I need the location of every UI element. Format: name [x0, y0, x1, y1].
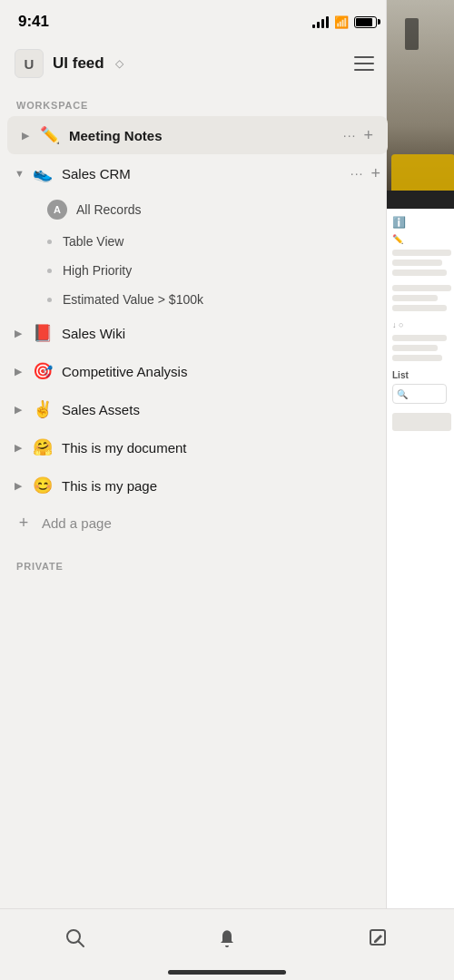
peek-list-label: List 🔍 — [392, 370, 449, 404]
dot-high-priority — [47, 269, 52, 273]
add-page-label: Add a page — [42, 515, 112, 531]
compose-tab-button[interactable] — [351, 918, 406, 958]
expand-arrow-competitive-analysis[interactable]: ▶ — [15, 366, 33, 377]
battery-fill — [356, 18, 372, 26]
sales-assets-emoji: ✌️ — [33, 399, 53, 419]
header: U UI feed ◇ — [0, 40, 395, 87]
bell-icon — [216, 927, 238, 949]
workspace-avatar[interactable]: U — [15, 49, 44, 78]
all-records-item[interactable]: A All Records — [0, 192, 395, 227]
expand-arrow-meeting-notes[interactable]: ▶ — [22, 130, 40, 142]
battery-icon — [354, 16, 377, 28]
sales-assets-dots[interactable]: ··· — [350, 402, 364, 416]
peek-content: ℹ️ ✏️ ↓ ○ List 🔍 — [387, 209, 454, 438]
nav-item-sales-crm[interactable]: ▼ 👟 Sales CRM ··· + — [0, 154, 395, 192]
sales-assets-plus[interactable]: + — [370, 400, 380, 419]
my-document-plus[interactable]: + — [370, 438, 380, 457]
my-document-emoji: 🤗 — [33, 437, 53, 457]
meeting-notes-emoji: ✏️ — [40, 125, 60, 145]
wifi-icon: 📶 — [334, 15, 349, 29]
sales-crm-children: A All Records Table View High Priority E… — [0, 192, 395, 314]
meeting-notes-plus[interactable]: + — [363, 126, 373, 145]
my-page-plus[interactable]: + — [370, 476, 380, 495]
home-indicator — [168, 970, 286, 975]
dot-estimated-value — [47, 298, 52, 302]
sales-wiki-label: Sales Wiki — [62, 326, 350, 341]
signal-bar-4 — [326, 16, 329, 28]
sales-crm-plus[interactable]: + — [370, 164, 380, 183]
notifications-tab-button[interactable] — [200, 918, 254, 958]
high-priority-label: High Priority — [63, 263, 132, 278]
sales-crm-dots[interactable]: ··· — [350, 166, 364, 181]
nav-item-meeting-notes[interactable]: ▶ ✏️ Meeting Notes ··· + — [7, 116, 388, 154]
table-view-label: Table View — [63, 234, 123, 249]
meeting-notes-label: Meeting Notes — [69, 128, 343, 143]
status-bar: 9:41 📶 — [0, 0, 395, 40]
add-page-item[interactable]: + Add a page — [0, 505, 395, 541]
peek-text-1 — [392, 250, 449, 276]
main-content: WORKSPACE ▶ ✏️ Meeting Notes ··· + ▼ 👟 S… — [0, 87, 395, 695]
meeting-notes-dots[interactable]: ··· — [343, 128, 357, 142]
workspace-section-label: WORKSPACE — [0, 87, 395, 116]
peek-text-3 — [392, 335, 449, 361]
nav-item-my-page[interactable]: ▶ 😊 This is my page ··· + — [0, 466, 395, 505]
workspace-name[interactable]: UI feed — [53, 54, 104, 73]
status-time: 9:41 — [18, 13, 49, 31]
search-icon — [64, 927, 86, 949]
my-document-label: This is my document — [62, 440, 350, 456]
my-page-dots[interactable]: ··· — [350, 478, 364, 493]
nested-item-table-view[interactable]: Table View — [0, 227, 395, 256]
my-page-label: This is my page — [62, 478, 350, 494]
hamburger-line-1 — [354, 56, 374, 58]
svg-line-1 — [79, 942, 84, 947]
competitive-analysis-dots[interactable]: ··· — [350, 364, 364, 378]
sales-crm-label: Sales CRM — [62, 166, 350, 181]
peek-arrow-text: ↓ ○ — [392, 320, 449, 329]
dot-table-view — [47, 240, 52, 244]
hamburger-button[interactable] — [348, 47, 380, 80]
workspace-chevron-icon[interactable]: ◇ — [115, 57, 123, 70]
search-tab-button[interactable] — [48, 918, 103, 958]
sales-wiki-plus[interactable]: + — [370, 324, 380, 343]
compose-icon — [368, 927, 390, 949]
expand-arrow-sales-wiki[interactable]: ▶ — [15, 328, 33, 339]
sales-wiki-dots[interactable]: ··· — [350, 326, 364, 340]
my-page-emoji: 😊 — [33, 475, 53, 495]
header-left: U UI feed ◇ — [15, 49, 348, 78]
signal-bars — [312, 15, 329, 28]
nested-item-estimated-value[interactable]: Estimated Value > $100k — [0, 285, 395, 314]
expand-arrow-my-document[interactable]: ▶ — [15, 442, 33, 454]
private-items-placeholder — [0, 577, 395, 613]
competitive-analysis-label: Competitive Analysis — [62, 364, 350, 379]
peek-bottom-icon — [392, 413, 451, 431]
peek-image — [387, 0, 454, 209]
sales-crm-emoji: 👟 — [33, 163, 53, 183]
all-records-label: All Records — [76, 202, 142, 217]
expand-arrow-sales-assets[interactable]: ▶ — [15, 404, 33, 416]
peek-text-2 — [392, 285, 449, 311]
my-document-dots[interactable]: ··· — [350, 440, 364, 455]
estimated-value-label: Estimated Value > $100k — [63, 292, 203, 307]
sales-wiki-emoji: 📕 — [33, 323, 53, 343]
nav-item-sales-wiki[interactable]: ▶ 📕 Sales Wiki ··· + — [0, 314, 395, 352]
nav-item-my-document[interactable]: ▶ 🤗 This is my document ··· + — [0, 428, 395, 466]
hamburger-line-2 — [354, 63, 374, 64]
meeting-notes-actions: ··· + — [343, 126, 373, 145]
competitive-analysis-emoji: 🎯 — [33, 361, 53, 381]
sales-assets-label: Sales Assets — [62, 402, 350, 417]
signal-bar-2 — [317, 22, 320, 28]
right-panel-peek: ℹ️ ✏️ ↓ ○ List 🔍 — [386, 0, 454, 980]
all-records-avatar: A — [47, 200, 67, 220]
nav-item-sales-assets[interactable]: ▶ ✌️ Sales Assets ··· + — [0, 390, 395, 428]
signal-bar-1 — [312, 24, 315, 28]
expand-arrow-my-page[interactable]: ▶ — [15, 480, 33, 492]
nested-item-high-priority[interactable]: High Priority — [0, 256, 395, 285]
competitive-analysis-plus[interactable]: + — [370, 362, 380, 381]
sales-crm-actions: ··· + — [350, 164, 380, 183]
private-section-label: PRIVATE — [0, 548, 395, 577]
peek-info-icon: ℹ️ — [392, 216, 449, 229]
status-icons: 📶 — [312, 15, 377, 29]
hamburger-line-3 — [354, 69, 374, 71]
nav-item-competitive-analysis[interactable]: ▶ 🎯 Competitive Analysis ··· + — [0, 352, 395, 390]
expand-arrow-sales-crm[interactable]: ▼ — [15, 168, 33, 179]
